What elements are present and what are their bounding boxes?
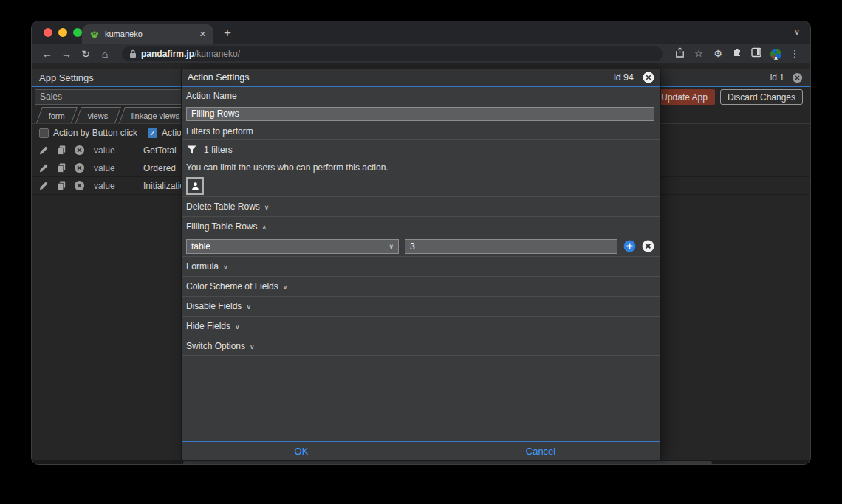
browser-tab-strip: kumaneko ✕ + ∨ xyxy=(32,21,810,44)
add-row-plus-icon[interactable] xyxy=(623,240,636,252)
url-domain: pandafirm.jp xyxy=(141,49,194,59)
checkbox-action-by-checked[interactable]: ✓ xyxy=(148,128,157,138)
section-disable-fields[interactable]: Disable Fields ∨ xyxy=(182,296,660,316)
delete-x-circle-icon[interactable] xyxy=(74,180,85,191)
browser-window: kumaneko ✕ + ∨ ← → ↻ ⌂ pandafirm.jp/kuma… xyxy=(31,21,811,465)
select-chevron-icon: ∨ xyxy=(389,243,394,250)
section-filling-table-rows[interactable]: Filling Table Rows ∧ xyxy=(182,216,660,236)
action-name-input[interactable]: Filling Rows xyxy=(186,107,654,121)
new-tab-button[interactable]: + xyxy=(224,26,231,41)
dialog-close-icon[interactable] xyxy=(643,72,654,83)
url-path: /kumaneko/ xyxy=(194,49,240,59)
discard-changes-button[interactable]: Discard Changes xyxy=(720,89,803,105)
extension-gear-icon[interactable]: ⚙ xyxy=(710,48,726,59)
duplicate-icon[interactable] xyxy=(56,162,67,173)
chevron-down-icon: ∨ xyxy=(235,322,240,331)
screenshot-stage: kumaneko ✕ + ∨ ← → ↻ ⌂ pandafirm.jp/kuma… xyxy=(0,0,842,504)
lock-icon xyxy=(129,49,137,58)
checkbox-label: Action by Button click xyxy=(53,128,137,138)
chevron-down-icon: ∨ xyxy=(223,262,228,271)
delete-x-circle-icon[interactable] xyxy=(74,162,85,173)
section-formula[interactable]: Formula ∨ xyxy=(182,256,660,276)
limit-users-text: You can limit the users who can perform … xyxy=(182,159,660,176)
update-app-button[interactable]: Update App xyxy=(654,89,715,105)
browser-tab-kumaneko[interactable]: kumaneko ✕ xyxy=(82,24,213,44)
tab-overflow-icon[interactable]: ∨ xyxy=(794,27,800,37)
close-window-button[interactable] xyxy=(44,28,52,37)
horizontal-scrollbar[interactable] xyxy=(32,460,810,465)
app-settings-title: App Settings xyxy=(39,72,94,83)
extensions-puzzle-icon[interactable] xyxy=(729,47,745,60)
tab-close-icon[interactable]: ✕ xyxy=(199,30,206,39)
duplicate-icon[interactable] xyxy=(56,180,67,191)
duplicate-icon[interactable] xyxy=(56,145,67,156)
site-favicon-paw-icon xyxy=(89,29,100,39)
tab-form[interactable]: form xyxy=(36,107,78,123)
window-controls xyxy=(44,28,82,37)
zoom-window-button[interactable] xyxy=(73,28,82,37)
filters-summary[interactable]: 1 filters xyxy=(182,140,660,159)
action-name-label: Action Name xyxy=(182,87,660,105)
chevron-down-icon: ∨ xyxy=(264,202,270,211)
app-settings-close-icon[interactable] xyxy=(792,72,803,83)
person-icon xyxy=(191,182,200,191)
chevron-up-icon: ∧ xyxy=(262,222,267,231)
filters-count: 1 filters xyxy=(204,145,233,155)
back-icon[interactable]: ← xyxy=(39,48,55,60)
dialog-body: Action Name Filling Rows Filters to perf… xyxy=(182,87,660,441)
share-icon[interactable] xyxy=(671,47,688,60)
minimize-window-button[interactable] xyxy=(58,28,67,37)
action-name: GetTotal xyxy=(143,145,177,156)
action-name: Ordered xyxy=(143,163,176,173)
section-color-scheme-of-fields[interactable]: Color Scheme of Fields ∨ xyxy=(182,276,660,296)
filling-table-rows-controls: table ∨ 3 xyxy=(182,236,660,256)
action-settings-title: Action Settings xyxy=(188,72,249,83)
filter-funnel-icon xyxy=(186,145,197,156)
url-text: pandafirm.jp/kumaneko/ xyxy=(141,49,240,59)
page-content: App Settings id 1 Sales Update App Disca… xyxy=(32,63,810,465)
filters-to-perform-label: Filters to perform xyxy=(182,122,660,140)
checkbox-action-by-button-click[interactable] xyxy=(39,128,49,138)
edit-pencil-icon[interactable] xyxy=(38,180,49,191)
chevron-down-icon: ∨ xyxy=(250,342,255,351)
profile-avatar-globe-icon[interactable] xyxy=(767,47,784,59)
tab-title: kumaneko xyxy=(105,30,194,38)
chevron-down-icon: ∨ xyxy=(246,302,251,311)
table-select[interactable]: table ∨ xyxy=(186,239,399,254)
browser-toolbar: ← → ↻ ⌂ pandafirm.jp/kumaneko/ ☆ ⚙ xyxy=(32,44,810,63)
section-hide-fields[interactable]: Hide Fields ∨ xyxy=(182,316,660,336)
home-icon[interactable]: ⌂ xyxy=(97,48,113,60)
reload-icon[interactable]: ↻ xyxy=(78,48,94,60)
address-bar[interactable]: pandafirm.jp/kumaneko/ xyxy=(122,46,663,61)
delete-x-circle-icon[interactable] xyxy=(74,145,85,156)
chevron-down-icon: ∨ xyxy=(283,282,288,291)
ok-button[interactable]: OK xyxy=(182,442,421,460)
side-panel-icon[interactable] xyxy=(748,47,764,60)
cancel-button[interactable]: Cancel xyxy=(421,442,660,460)
section-switch-options[interactable]: Switch Options ∨ xyxy=(182,336,660,356)
edit-pencil-icon[interactable] xyxy=(38,162,49,173)
remove-row-x-icon[interactable] xyxy=(642,240,654,252)
app-id-badge: id 1 xyxy=(770,72,784,83)
scrollbar-thumb[interactable] xyxy=(183,461,712,465)
dialog-footer: OK Cancel xyxy=(182,441,660,460)
select-users-button[interactable] xyxy=(186,177,204,195)
action-settings-header: Action Settings id 94 xyxy=(182,69,660,86)
browser-menu-dots-icon[interactable]: ⋮ xyxy=(787,48,803,59)
action-type-options: Action by Button click ✓ Action b xyxy=(39,128,199,138)
action-id-badge: id 94 xyxy=(614,72,634,83)
edit-pencil-icon[interactable] xyxy=(38,145,49,156)
action-type: value xyxy=(94,145,125,156)
section-delete-table-rows[interactable]: Delete Table Rows ∨ xyxy=(182,196,660,216)
row-count-input[interactable]: 3 xyxy=(405,239,617,254)
action-type: value xyxy=(94,163,125,173)
tab-views[interactable]: views xyxy=(75,107,121,123)
bookmark-star-icon[interactable]: ☆ xyxy=(691,48,707,59)
action-settings-dialog: Action Settings id 94 Action Name Fillin… xyxy=(182,69,660,460)
forward-icon[interactable]: → xyxy=(58,48,75,60)
action-type: value xyxy=(94,181,125,191)
